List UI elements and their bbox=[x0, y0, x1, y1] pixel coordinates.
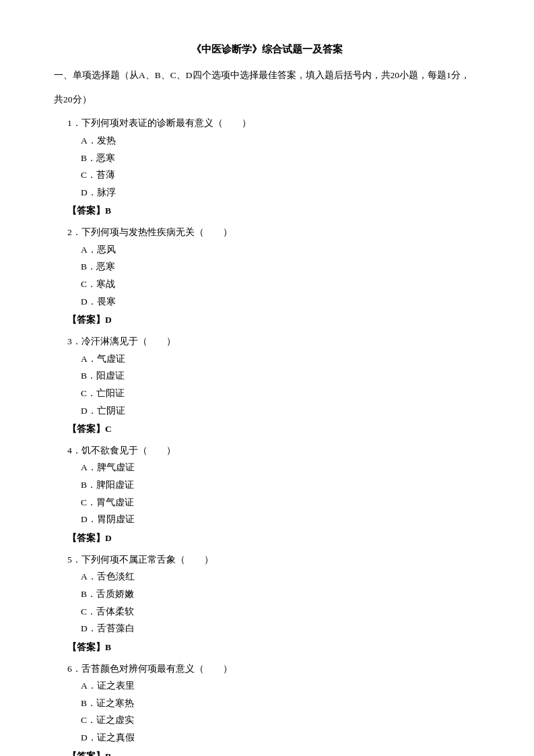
option-5-1: B．舌质娇嫩 bbox=[81, 586, 480, 603]
answer-1: 【答案】B bbox=[67, 202, 480, 220]
answer-3: 【答案】C bbox=[67, 420, 480, 438]
option-3-0: A．气虚证 bbox=[81, 350, 480, 368]
intro-line2: 共20分） bbox=[54, 91, 480, 108]
option-5-3: D．舌苔藻白 bbox=[81, 620, 480, 637]
question-text-5: 5．下列何项不属正常舌象（ ） bbox=[67, 551, 480, 569]
page-title: 《中医诊断学》综合试题一及答案 bbox=[54, 40, 480, 59]
option-2-0: A．恶风 bbox=[81, 241, 480, 259]
answer-4: 【答案】D bbox=[67, 530, 480, 547]
question-4: 4．饥不欲食见于（ ）A．脾气虚证B．脾阳虚证C．胃气虚证D．胃阴虚证【答案】D bbox=[54, 442, 480, 547]
option-2-3: D．畏寒 bbox=[81, 293, 480, 311]
option-4-1: B．脾阳虚证 bbox=[81, 476, 480, 494]
question-5: 5．下列何项不属正常舌象（ ）A．舌色淡红B．舌质娇嫩C．舌体柔软D．舌苔藻白【… bbox=[54, 551, 480, 656]
question-1: 1．下列何项对表证的诊断最有意义（ ）A．发热B．恶寒C．苔薄D．脉浮【答案】B bbox=[54, 115, 480, 220]
answer-2: 【答案】D bbox=[67, 311, 480, 329]
answer-5: 【答案】B bbox=[67, 639, 480, 656]
option-5-2: C．舌体柔软 bbox=[81, 603, 480, 621]
option-3-3: D．亡阴证 bbox=[81, 402, 480, 420]
option-1-2: C．苔薄 bbox=[81, 166, 480, 184]
question-text-6: 6．舌苔颜色对辨何项最有意义（ ） bbox=[67, 660, 480, 678]
option-4-3: D．胃阴虚证 bbox=[81, 511, 480, 528]
option-1-3: D．脉浮 bbox=[81, 184, 480, 201]
question-text-3: 3．冷汗淋漓见于（ ） bbox=[67, 333, 480, 350]
option-2-2: C．寒战 bbox=[81, 276, 480, 293]
option-3-1: B．阳虚证 bbox=[81, 367, 480, 385]
intro-line1: 一、单项选择题（从A、B、C、D四个选项中选择最佳答案，填入题后括号内，共20小… bbox=[54, 67, 480, 84]
option-1-1: B．恶寒 bbox=[81, 150, 480, 167]
question-6: 6．舌苔颜色对辨何项最有意义（ ）A．证之表里B．证之寒热C．证之虚实D．证之真… bbox=[54, 660, 480, 757]
option-6-1: B．证之寒热 bbox=[81, 695, 480, 712]
question-text-4: 4．饥不欲食见于（ ） bbox=[67, 442, 480, 460]
answer-6: 【答案】B bbox=[67, 748, 480, 756]
question-text-2: 2．下列何项与发热性疾病无关（ ） bbox=[67, 224, 480, 241]
option-6-0: A．证之表里 bbox=[81, 677, 480, 695]
option-1-0: A．发热 bbox=[81, 132, 480, 150]
option-4-0: A．脾气虚证 bbox=[81, 459, 480, 476]
questions-container: 1．下列何项对表证的诊断最有意义（ ）A．发热B．恶寒C．苔薄D．脉浮【答案】B… bbox=[54, 115, 480, 756]
option-6-2: C．证之虚实 bbox=[81, 712, 480, 729]
option-6-3: D．证之真假 bbox=[81, 729, 480, 747]
option-4-2: C．胃气虚证 bbox=[81, 494, 480, 511]
option-3-2: C．亡阳证 bbox=[81, 385, 480, 402]
question-text-1: 1．下列何项对表证的诊断最有意义（ ） bbox=[67, 115, 480, 132]
question-2: 2．下列何项与发热性疾病无关（ ）A．恶风B．恶寒C．寒战D．畏寒【答案】D bbox=[54, 224, 480, 329]
question-3: 3．冷汗淋漓见于（ ）A．气虚证B．阳虚证C．亡阳证D．亡阴证【答案】C bbox=[54, 333, 480, 438]
intro-section: 一、单项选择题（从A、B、C、D四个选项中选择最佳答案，填入题后括号内，共20小… bbox=[54, 67, 480, 108]
option-2-1: B．恶寒 bbox=[81, 258, 480, 276]
option-5-0: A．舌色淡红 bbox=[81, 568, 480, 586]
